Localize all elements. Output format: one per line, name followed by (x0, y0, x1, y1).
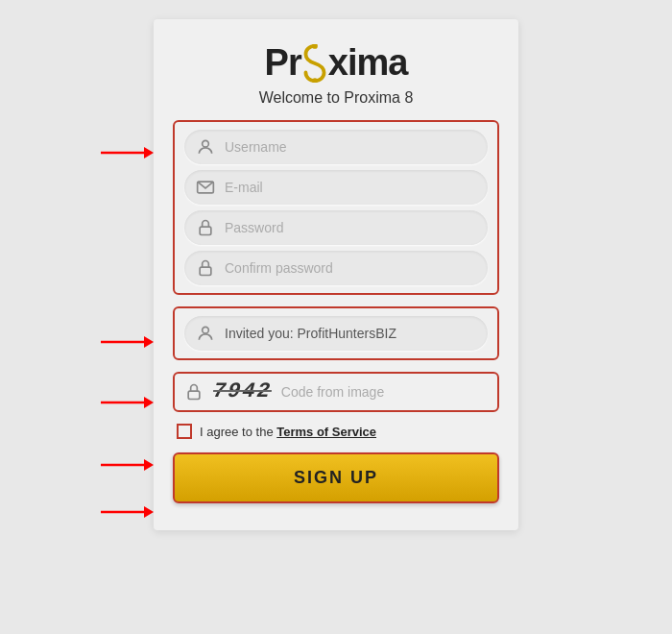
svg-marker-7 (144, 459, 154, 471)
logo-area: Pr xima (173, 42, 499, 84)
logo-prefix: Pr (265, 42, 301, 84)
svg-marker-3 (144, 336, 154, 348)
tos-text: I agree to the (200, 425, 276, 439)
registration-card: Pr xima Welcome to Proxima 8 (154, 19, 518, 530)
svg-rect-14 (200, 227, 211, 234)
password-row (184, 210, 488, 245)
tos-label: I agree to the Terms of Service (200, 425, 376, 439)
signup-button[interactable]: SIGN UP (173, 452, 499, 503)
confirm-password-input[interactable] (225, 260, 476, 276)
svg-point-16 (203, 327, 209, 333)
logo-suffix: xima (328, 42, 408, 84)
page-wrapper: Pr xima Welcome to Proxima 8 (0, 0, 672, 634)
tos-row: I agree to the Terms of Service (173, 424, 499, 439)
svg-point-10 (312, 44, 318, 49)
tos-checkbox[interactable] (177, 424, 192, 439)
logo-icon (301, 44, 328, 83)
arrow-invited (101, 331, 154, 353)
invited-row (184, 316, 488, 351)
arrow-username (101, 142, 154, 163)
svg-point-11 (312, 78, 318, 83)
svg-marker-9 (144, 506, 154, 518)
password-input[interactable] (225, 220, 476, 235)
logo: Pr xima (265, 42, 408, 84)
svg-rect-17 (188, 391, 200, 399)
arrow-captcha (101, 392, 154, 413)
username-input[interactable] (225, 139, 476, 155)
username-row (184, 130, 488, 164)
welcome-text: Welcome to Proxima 8 (173, 89, 499, 107)
arrow-checkbox (101, 454, 154, 476)
invited-input[interactable] (225, 326, 476, 341)
email-input[interactable] (225, 180, 476, 195)
main-fields-box (173, 120, 499, 295)
lock-icon-confirm (196, 258, 215, 278)
user-icon (196, 137, 215, 157)
email-row (184, 170, 488, 205)
svg-point-12 (203, 140, 209, 147)
email-icon (196, 178, 215, 197)
arrow-signup (101, 501, 154, 523)
svg-rect-15 (200, 267, 211, 275)
svg-marker-5 (144, 397, 154, 408)
user-icon-invited (196, 324, 215, 343)
confirm-password-row (184, 251, 488, 285)
invited-box (173, 306, 499, 360)
svg-marker-1 (144, 147, 154, 158)
captcha-row: 7942 (184, 381, 488, 402)
captcha-input[interactable] (281, 384, 488, 400)
lock-icon-captcha (184, 382, 204, 402)
lock-icon-password (196, 218, 215, 237)
captcha-display: 7942 (212, 381, 273, 402)
tos-link[interactable]: Terms of Service (276, 425, 376, 439)
captcha-box: 7942 (173, 372, 499, 412)
arrows-column (0, 19, 154, 144)
